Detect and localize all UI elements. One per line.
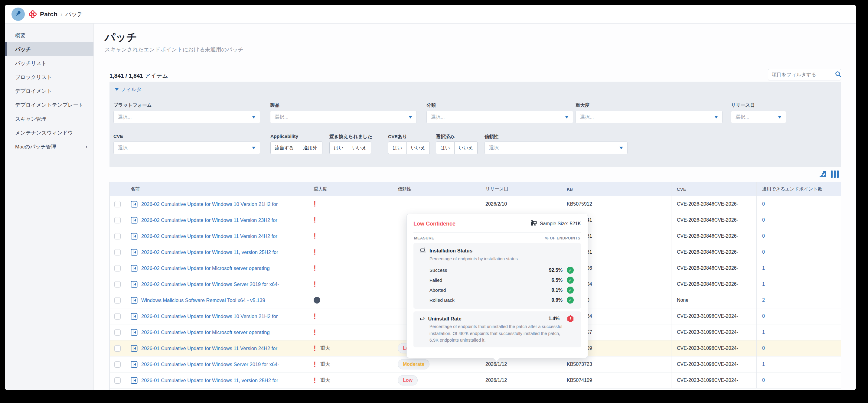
applicable-endpoints-link[interactable]: 2	[762, 298, 765, 303]
toggle-superseded-yes[interactable]: はい	[329, 142, 348, 154]
sidebar-item-ブロックリスト[interactable]: ブロックリスト	[5, 70, 93, 84]
breadcrumb-app-name[interactable]: Patch	[40, 10, 58, 18]
patch-name-link[interactable]: 2026-01 Cumulative Update for Windows 11…	[141, 346, 277, 351]
critical-severity-icon: !	[314, 345, 316, 352]
filter-select-release-date[interactable]: 選択...	[731, 111, 786, 123]
row-checkbox[interactable]	[114, 265, 121, 272]
applicable-endpoints-link[interactable]: 1	[762, 362, 765, 367]
patch-name-link[interactable]: 2026-02 Cumulative Update for Windows Se…	[141, 281, 279, 287]
applicable-endpoints-link[interactable]: 0	[762, 234, 765, 239]
patch-name-link[interactable]: 2026-02 Cumulative Update for Windows 11…	[141, 249, 278, 255]
patch-name-link[interactable]: 2026-01 Cumulative Update for Windows Se…	[141, 362, 279, 367]
applicable-endpoints-link[interactable]: 0	[762, 378, 765, 383]
toggle-superseded-no[interactable]: いいえ	[348, 142, 371, 154]
columns-icon[interactable]	[831, 170, 839, 178]
applicable-endpoints-link[interactable]: 0	[762, 313, 765, 319]
applicable-endpoints-link[interactable]: 0	[762, 249, 765, 255]
filter-label-product: 製品	[270, 102, 279, 108]
row-checkbox[interactable]	[114, 217, 121, 223]
patch-name-link[interactable]: 2026-01 Cumulative Update for Microsoft …	[141, 330, 270, 335]
filter-panel: フィルタ プラットフォーム 選択... 製品 選択... 分類 選択...	[110, 82, 841, 167]
filter-select-platform[interactable]: 選択...	[114, 111, 260, 123]
sidebar-item-label: スキャン管理	[15, 116, 46, 122]
sidebar-item-パッチリスト[interactable]: パッチリスト	[5, 56, 93, 70]
filter-label-superseded: 置き換えられました	[329, 134, 372, 140]
toggle-selected-yes[interactable]: はい	[436, 142, 455, 154]
toggle-has-cve-yes[interactable]: はい	[388, 142, 407, 154]
applicable-endpoints-link[interactable]: 0	[762, 217, 765, 223]
sidebar-item-スキャン管理[interactable]: スキャン管理	[5, 112, 93, 126]
patch-name-link[interactable]: 2026-02 Cumulative Update for Windows 10…	[141, 202, 278, 207]
sidebar-item-デプロイメント[interactable]: デプロイメント	[5, 84, 93, 98]
filter-select-product[interactable]: 選択...	[270, 111, 417, 123]
toggle-applicable[interactable]: 該当する	[270, 142, 298, 154]
row-checkbox[interactable]	[114, 233, 121, 240]
column-header-release-date[interactable]: リリース日	[480, 182, 561, 196]
filter-select-classification[interactable]: 選択...	[427, 111, 573, 123]
sidebar-item-パッチ[interactable]: パッチ	[5, 42, 93, 56]
search-icon[interactable]	[834, 70, 842, 79]
severity-label: 重大	[320, 345, 330, 351]
applicable-endpoints-link[interactable]: 1	[762, 266, 765, 271]
installation-status-description: Percentage of endpoints by installation …	[430, 255, 562, 262]
patch-name-link[interactable]: 2026-02 Cumulative Update for Microsoft …	[141, 266, 270, 271]
row-checkbox[interactable]	[114, 377, 121, 384]
sidebar-item-デプロイメントテンプレート[interactable]: デプロイメントテンプレート	[5, 98, 93, 112]
sidebar-item-Macのパッチ管理[interactable]: Macのパッチ管理 ›	[5, 140, 93, 154]
filter-select-cve[interactable]: 選択...	[114, 142, 260, 154]
filter-select-severity[interactable]: 選択...	[576, 111, 722, 123]
column-header-cve[interactable]: CVE	[671, 182, 756, 196]
filter-divider	[114, 97, 835, 97]
row-checkbox[interactable]	[114, 281, 121, 287]
row-checkbox[interactable]	[114, 249, 121, 255]
row-checkbox[interactable]	[114, 313, 121, 319]
row-checkbox[interactable]	[114, 297, 121, 304]
column-header-endpoints[interactable]: 適用できるエンドポイント数	[756, 182, 841, 196]
patch-name-link[interactable]: 2026-01 Cumulative Update for Windows 11…	[141, 378, 278, 383]
patch-window-icon	[131, 377, 137, 384]
confidence-popover: Low Confidence Sample Size: 521K	[406, 214, 588, 358]
critical-severity-icon: !	[314, 217, 316, 224]
table-search	[768, 69, 841, 81]
patch-name-link[interactable]: 2026-02 Cumulative Update for Windows 11…	[141, 217, 277, 223]
filter-label-confidence: 信頼性	[485, 134, 499, 140]
kb-number: KB5073723	[567, 362, 592, 367]
patch-name-link[interactable]: 2026-02 Cumulative Update for Windows 11…	[141, 234, 277, 239]
toggle-not-applicable[interactable]: 適用外	[298, 142, 322, 154]
applicable-endpoints-link[interactable]: 0	[762, 346, 765, 351]
sidebar-item-メンテナンスウィンドウ[interactable]: メンテナンスウィンドウ	[5, 126, 93, 140]
filter-collapse-toggle[interactable]: フィルタ	[115, 86, 142, 93]
check-circle-icon: ✓	[567, 297, 574, 304]
filter-toggle-label: フィルタ	[121, 86, 142, 93]
row-checkbox[interactable]	[114, 329, 121, 336]
release-date: 2026/2/10	[486, 202, 507, 207]
filter-label-applicability: Applicability	[270, 134, 298, 139]
sidebar-item-label: パッチリスト	[15, 60, 46, 67]
patch-name-link[interactable]: 2026-01 Cumulative Update for Windows 10…	[141, 313, 278, 319]
row-checkbox[interactable]	[114, 361, 121, 368]
uninstall-rate-title: Uninstall Rate	[428, 316, 462, 322]
export-icon[interactable]	[818, 169, 827, 179]
select-placeholder: 選択...	[275, 114, 288, 120]
sidebar-item-label: パッチ	[15, 46, 31, 53]
search-input[interactable]	[772, 72, 834, 78]
applicable-endpoints-link[interactable]: 1	[762, 330, 765, 335]
sidebar-item-概要[interactable]: 概要	[5, 28, 93, 42]
column-header-severity[interactable]: 重大度	[308, 182, 392, 196]
pin-button[interactable]	[11, 7, 25, 21]
row-checkbox[interactable]	[114, 345, 121, 351]
patch-name-link[interactable]: Windows Malicious Software Removal Tool …	[141, 298, 265, 303]
filter-label-has-cve: CVEあり	[388, 134, 407, 140]
row-checkbox[interactable]	[114, 201, 121, 207]
applicable-endpoints-link[interactable]: 1	[762, 281, 765, 287]
sidebar-item-label: デプロイメント	[15, 88, 52, 95]
measure-value: 6.5%	[552, 278, 562, 283]
applicable-endpoints-link[interactable]: 0	[762, 202, 765, 207]
toggle-has-cve-no[interactable]: いいえ	[407, 142, 430, 154]
toggle-selected-no[interactable]: いいえ	[455, 142, 477, 154]
column-header-kb[interactable]: KB	[561, 182, 671, 196]
filter-select-confidence[interactable]: 選択...	[485, 142, 627, 154]
measure-value: 0.1%	[552, 287, 562, 293]
column-header-confidence[interactable]: 信頼性	[392, 182, 480, 196]
column-header-name[interactable]: 名前	[125, 182, 308, 196]
